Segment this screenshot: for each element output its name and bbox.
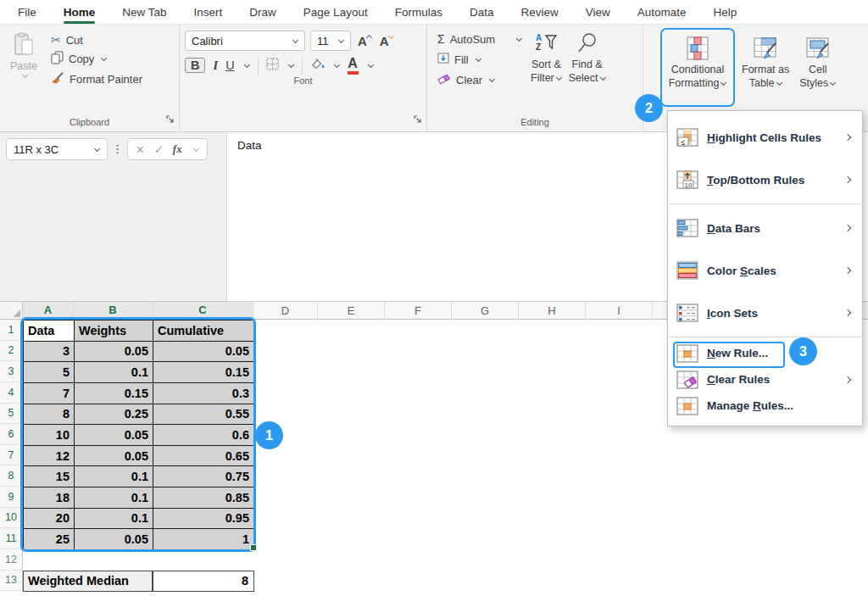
clear-button[interactable]: Clear	[434, 72, 526, 88]
menu-item-data-bars[interactable]: Data Bars	[668, 207, 862, 249]
tab-automate[interactable]: Automate	[637, 3, 687, 22]
cancel-icon[interactable]: ✕	[136, 143, 145, 156]
increase-font-size-button[interactable]: A	[356, 34, 373, 48]
fill-handle[interactable]	[250, 544, 257, 551]
data-cell[interactable]: 0.25	[75, 404, 153, 425]
data-cell[interactable]: 0.1	[75, 466, 153, 487]
italic-button[interactable]: I	[213, 58, 218, 73]
enter-icon[interactable]: ✓	[154, 143, 164, 156]
data-cell[interactable]: 0.15	[75, 382, 153, 404]
cut-button[interactable]: ✂ Cut	[47, 32, 146, 47]
insert-function-icon[interactable]: fx	[173, 142, 182, 156]
tab-view[interactable]: View	[585, 3, 611, 22]
row-header-7[interactable]: 7	[0, 445, 23, 466]
column-header-g[interactable]: G	[452, 302, 519, 320]
data-cell[interactable]: 0.05	[75, 445, 153, 466]
data-cell[interactable]: 0.85	[153, 487, 254, 509]
autosum-button[interactable]: Σ AutoSum	[434, 31, 526, 47]
tab-home[interactable]: Home	[63, 3, 97, 22]
data-cell[interactable]: 0.1	[75, 362, 153, 383]
data-cell[interactable]: 20	[24, 508, 75, 529]
weighted-median-value-cell[interactable]: 8	[153, 571, 254, 592]
font-size-select[interactable]: 11	[310, 31, 351, 51]
tab-insert[interactable]: Insert	[193, 3, 224, 22]
sort-filter-button[interactable]: AZ Sort & Filter	[527, 25, 565, 116]
data-cell[interactable]: 15	[24, 466, 75, 487]
data-cell[interactable]: 0.75	[153, 466, 254, 487]
menu-item-manage-rules[interactable]: Manage Rules...	[668, 393, 862, 419]
header-cell[interactable]: Data	[24, 320, 75, 342]
row-header-1[interactable]: 1	[0, 320, 23, 341]
select-all-corner[interactable]	[0, 302, 23, 320]
header-cell[interactable]: Weights	[75, 320, 153, 342]
weighted-median-label-cell[interactable]: Weighted Median	[23, 571, 153, 592]
column-header-a[interactable]: A	[23, 302, 74, 320]
borders-icon[interactable]	[266, 58, 279, 74]
data-cell[interactable]: 0.95	[153, 508, 254, 529]
column-header-c[interactable]: C	[153, 302, 253, 320]
row-header-3[interactable]: 3	[0, 361, 23, 382]
column-header-d[interactable]: D	[253, 302, 318, 320]
tab-review[interactable]: Review	[520, 3, 559, 22]
chevron-down-icon[interactable]	[334, 62, 340, 68]
font-name-select[interactable]: Calibri	[185, 31, 305, 51]
chevron-down-icon[interactable]	[368, 62, 374, 68]
data-cell[interactable]: 0.05	[153, 341, 254, 362]
data-cell[interactable]: 0.05	[75, 341, 153, 362]
paste-button[interactable]: Paste	[0, 25, 47, 116]
header-cell[interactable]: Cumulative	[153, 320, 254, 342]
data-cell[interactable]: 0.6	[153, 425, 254, 446]
data-cell[interactable]: 0.55	[153, 404, 254, 425]
column-header-i[interactable]: I	[586, 302, 653, 320]
row-header-10[interactable]: 10	[0, 508, 23, 529]
row-header-11[interactable]: 11	[0, 528, 23, 549]
data-cell[interactable]: 0.05	[75, 425, 153, 446]
menu-item-clear-rules[interactable]: Clear Rules	[668, 366, 862, 393]
row-header-8[interactable]: 8	[0, 465, 23, 487]
copy-button[interactable]: Copy	[47, 50, 146, 68]
chevron-down-icon[interactable]	[288, 62, 294, 68]
row-header-6[interactable]: 6	[0, 424, 23, 445]
menu-item-color-scales[interactable]: Color Scales	[668, 249, 862, 292]
more-options-icon[interactable]: ⋮	[112, 138, 123, 155]
data-cell[interactable]: 7	[24, 382, 75, 404]
menu-item-highlight-cells-rules[interactable]: ≤Highlight Cells Rules	[668, 116, 862, 159]
menu-item-new-rule[interactable]: New Rule...	[668, 340, 862, 366]
data-cell[interactable]: 0.1	[75, 487, 153, 509]
data-cell[interactable]: 0.65	[153, 445, 254, 466]
name-box[interactable]: 11R x 3C	[6, 138, 108, 160]
font-dialog-launcher-icon[interactable]	[414, 112, 422, 127]
tab-file[interactable]: File	[17, 3, 37, 22]
underline-button[interactable]: U	[225, 58, 234, 72]
row-header-13[interactable]: 13	[0, 571, 23, 592]
tab-help[interactable]: Help	[713, 3, 738, 22]
tab-new-tab[interactable]: New Tab	[121, 3, 167, 22]
clipboard-dialog-launcher-icon[interactable]	[166, 112, 175, 127]
tab-data[interactable]: Data	[469, 3, 495, 22]
format-painter-button[interactable]: Format Painter	[47, 70, 146, 88]
tab-page-layout[interactable]: Page Layout	[303, 3, 369, 22]
data-cell[interactable]: 8	[24, 404, 75, 425]
font-color-icon[interactable]: A	[348, 57, 359, 75]
data-cell[interactable]: 1	[153, 529, 254, 550]
row-header-4[interactable]: 4	[0, 382, 23, 404]
bold-button[interactable]: B	[185, 58, 205, 73]
data-cell[interactable]: 0.3	[153, 382, 254, 404]
fill-color-icon[interactable]	[310, 58, 325, 74]
tab-formulas[interactable]: Formulas	[394, 3, 443, 22]
find-select-button[interactable]: Find & Select	[565, 25, 609, 116]
tab-draw[interactable]: Draw	[248, 3, 277, 22]
column-header-e[interactable]: E	[318, 302, 385, 320]
decrease-font-size-button[interactable]: A	[378, 34, 395, 48]
data-cell[interactable]: 3	[24, 341, 75, 362]
fill-button[interactable]: Fill	[434, 52, 526, 67]
data-table[interactable]: DataWeightsCumulative30.050.0550.10.1570…	[23, 320, 254, 550]
data-cell[interactable]: 25	[24, 529, 75, 550]
row-header-2[interactable]: 2	[0, 341, 23, 362]
chevron-down-icon[interactable]	[244, 62, 250, 68]
data-cell[interactable]: 0.05	[75, 529, 153, 550]
data-cell[interactable]: 0.1	[75, 508, 153, 529]
data-cell[interactable]: 5	[24, 362, 75, 383]
conditional-formatting-button[interactable]: Conditional Formatting	[662, 30, 733, 90]
column-header-f[interactable]: F	[385, 302, 452, 320]
